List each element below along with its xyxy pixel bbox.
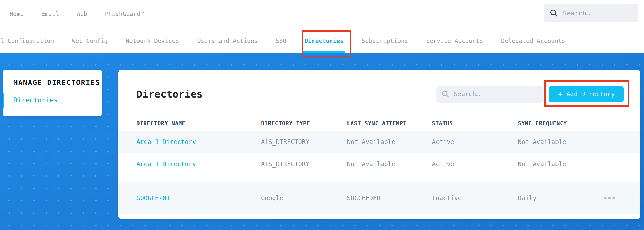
section-nav: l Configuration Web Config Network Devic… <box>0 29 644 53</box>
last-sync-cell: Not Available <box>347 138 432 146</box>
tab-subscriptions[interactable]: Subscriptions <box>362 29 408 53</box>
col-last-sync-attempt: LAST SYNC ATTEMPT <box>347 120 432 127</box>
col-status: STATUS <box>432 120 518 127</box>
directories-card: Directories + Add Directory DIRECTORY NA… <box>118 70 640 219</box>
card-header: Directories + Add Directory <box>118 86 640 103</box>
screen: Home Email Web PhishGuard™ l Configurati… <box>0 0 644 230</box>
manage-directories-sidebar: MANAGE DIRECTORIES Directories <box>3 70 102 116</box>
table-row: Area 1 Directory A1S_DIRECTORY Not Avail… <box>118 131 640 153</box>
ellipsis-menu-icon[interactable] <box>595 197 624 199</box>
add-directory-button[interactable]: + Add Directory <box>549 86 624 102</box>
table-row: Area 1 Directory A1S_DIRECTORY Not Avail… <box>118 153 640 175</box>
sidebar-item-directories[interactable]: Directories <box>13 95 102 105</box>
status-cell: Active <box>432 138 518 146</box>
directory-name-link[interactable]: GOOGLE-01 <box>136 194 261 202</box>
col-directory-name: DIRECTORY NAME <box>136 120 261 127</box>
tab-email-configuration[interactable]: l Configuration <box>1 29 54 53</box>
last-sync-cell: Not Available <box>347 161 432 168</box>
sidebar-active-indicator <box>3 93 4 108</box>
tab-service-accounts[interactable]: Service Accounts <box>426 29 483 53</box>
directory-type-cell: Google <box>261 194 347 202</box>
tab-users-and-actions[interactable]: Users and Actions <box>197 29 258 53</box>
status-cell: Inactive <box>432 194 518 202</box>
add-directory-button-label: Add Directory <box>567 91 615 98</box>
tab-network-devices[interactable]: Network Devices <box>126 29 179 53</box>
status-cell: Active <box>432 161 518 168</box>
directories-search-input[interactable] <box>454 91 538 98</box>
nav-item-home[interactable]: Home <box>10 11 24 17</box>
global-search-input[interactable] <box>563 10 644 17</box>
col-directory-type: DIRECTORY TYPE <box>261 120 347 127</box>
tab-web-config[interactable]: Web Config <box>72 29 108 53</box>
directory-type-cell: A1S_DIRECTORY <box>261 138 347 146</box>
search-icon <box>441 90 450 98</box>
table-header-row: DIRECTORY NAME DIRECTORY TYPE LAST SYNC … <box>118 116 640 131</box>
global-nav: Home Email Web PhishGuard™ <box>0 0 644 28</box>
nav-item-phishguard[interactable]: PhishGuard™ <box>105 11 144 17</box>
search-icon <box>550 9 558 17</box>
global-search[interactable] <box>544 4 638 22</box>
section-nav-items: l Configuration Web Config Network Devic… <box>1 29 565 53</box>
table-row: GOOGLE-01 Google SUCCEEDED Inactive Dail… <box>118 182 640 214</box>
directory-type-cell: A1S_DIRECTORY <box>261 161 347 168</box>
nav-item-email[interactable]: Email <box>41 11 59 17</box>
directories-search[interactable] <box>436 86 543 103</box>
content-canvas: MANAGE DIRECTORIES Directories Directori… <box>0 53 644 230</box>
plus-icon: + <box>558 90 562 98</box>
tab-delegated-accounts[interactable]: Delegated Accounts <box>501 29 565 53</box>
tab-sso[interactable]: SSO <box>276 29 286 53</box>
sync-frequency-cell: Not Available <box>518 161 595 168</box>
last-sync-cell: SUCCEEDED <box>347 194 432 202</box>
directory-name-link[interactable]: Area 1 Directory <box>136 138 261 146</box>
col-sync-frequency: SYNC FREQUENCY <box>518 120 595 127</box>
tab-directories[interactable]: Directories <box>304 29 344 53</box>
directory-name-link[interactable]: Area 1 Directory <box>136 161 261 168</box>
sync-frequency-cell: Not Available <box>518 138 595 146</box>
sidebar-heading: MANAGE DIRECTORIES <box>13 77 102 88</box>
nav-item-web[interactable]: Web <box>77 11 88 17</box>
global-nav-items: Home Email Web PhishGuard™ <box>0 11 144 17</box>
page-title: Directories <box>136 89 203 100</box>
sync-frequency-cell: Daily <box>518 194 595 202</box>
